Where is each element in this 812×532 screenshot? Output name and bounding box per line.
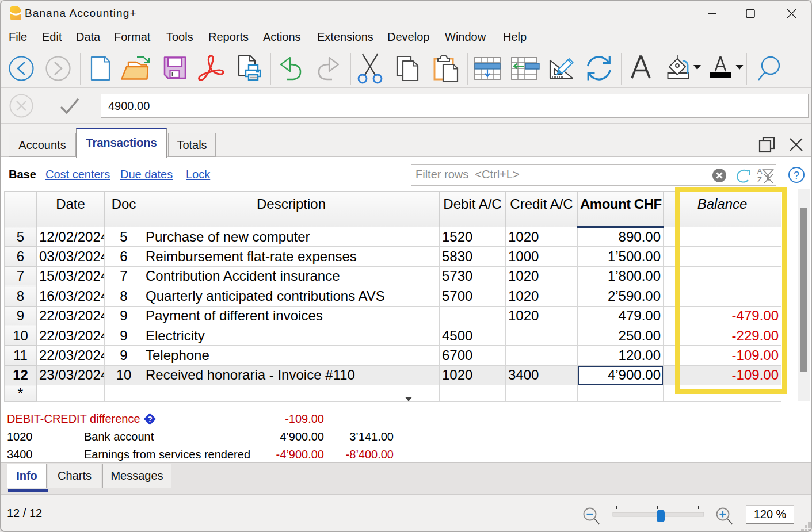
svg-text:?: ? <box>147 415 153 424</box>
svg-text:?: ? <box>794 170 799 181</box>
svg-text:Z: Z <box>757 175 762 184</box>
svg-text:A: A <box>757 167 763 175</box>
